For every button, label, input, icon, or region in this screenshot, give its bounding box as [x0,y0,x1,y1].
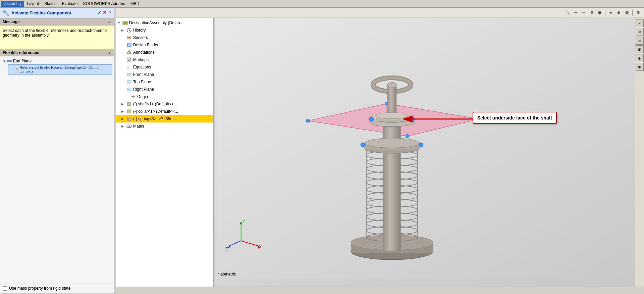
ft-history[interactable]: ▶ History [116,27,213,34]
right-icon-3[interactable]: ⊞ [636,37,644,45]
menu-sketch[interactable]: Sketch [42,1,59,7]
use-mass-property-checkbox[interactable] [3,286,7,291]
ft-design-binder[interactable]: ▶ Design Binder [116,41,213,49]
annotation-callout: Select underside face of the shaft [473,112,557,124]
flex-ref-header[interactable]: Flexible references ▲ [0,49,114,56]
svg-point-56 [365,138,420,148]
toolbar-icon-7[interactable]: ◉ [615,9,622,16]
end-plane-label: End Plane [13,59,32,63]
ft-mates[interactable]: ▶ Mates [116,122,213,130]
message-collapse-btn[interactable]: ▲ [108,20,111,24]
toolbar-icon-9[interactable]: ⊟ [635,9,641,16]
left-panel: 🔧 Activate Flexible Component ✓ ✕ ? Mess… [0,8,114,294]
ft-shaft[interactable]: ▶ (f) shaft<1> (Default<<... [116,100,213,108]
svg-point-20 [132,96,134,97]
right-panel-icons: ✓ ✕ ⊞ ▣ ◈ ◉ [635,18,644,287]
tree-child-referenced-entity[interactable]: ? Referenced Entity: Face of SpringTop<1… [8,64,112,75]
flex-ref-collapse-btn[interactable]: ▲ [108,51,111,55]
toolbar-icon-1[interactable]: 🔍 [564,9,571,16]
ft-sensors[interactable]: ▶ Sensors [116,34,213,41]
feature-tree: ▼ DestinationAssembly (Defau... ▶ Histor… [116,18,213,287]
ft-equations[interactable]: ▶ Σ Equations [116,63,213,71]
ft-root[interactable]: ▼ DestinationAssembly (Defau... [116,19,213,27]
ft-shaft-icon [126,101,132,107]
ft-annotations[interactable]: ▶ A Annotations [116,49,213,56]
svg-point-32 [406,135,409,138]
tree-expand-end-plane[interactable]: ▼ [3,59,7,63]
ft-mates-expand[interactable]: ▶ [121,125,126,128]
ft-markups-icon [126,57,132,63]
ft-annotations-label: Annotations [133,50,154,55]
menu-evaluate[interactable]: Evaluate [59,1,80,7]
menu-bar: Assembly Layout Sketch Evaluate SOLIDWOR… [0,0,644,8]
ft-history-expand[interactable]: ▶ [121,29,126,32]
toolbar-icon-6[interactable]: ◈ [607,9,614,16]
ft-root-icon [122,20,128,26]
cancel-button[interactable]: ✕ [103,10,107,16]
ft-sensors-label: Sensors [133,35,148,40]
ft-spring-expand[interactable]: ▶ [121,117,126,120]
right-icon-5[interactable]: ◈ [636,54,644,62]
ft-collar-expand[interactable]: ▶ [121,110,126,113]
menu-layout[interactable]: Layout [24,1,42,7]
status-bar [116,287,644,294]
tree-item-end-plane[interactable]: ▼ End Plane [1,58,112,64]
ft-root-expand[interactable]: ▼ [117,21,122,24]
svg-point-7 [128,37,130,39]
ft-origin[interactable]: ▶ Origin [116,93,213,100]
ft-equations-icon: Σ [126,64,132,70]
ft-front-plane[interactable]: ▶ Front Plane [116,71,213,78]
toolbar-icon-2[interactable]: ↩ [572,9,579,16]
message-content: Select each of the flexible references a… [0,26,114,49]
ft-front-plane-label: Front Plane [133,72,154,77]
top-toolbar: 🔍 ↩ ✏ ⊞ ▣ ◈ ◉ ▦ ⊟ [116,8,644,18]
ft-equations-label: Equations [133,65,151,69]
right-icon-4[interactable]: ▣ [636,45,644,53]
ft-history-icon [126,27,132,33]
menu-solidworks-addins[interactable]: SOLIDWORKS Add-Ins [80,1,127,7]
right-icon-1[interactable]: ✓ [636,19,644,27]
svg-point-69 [361,143,365,147]
ft-origin-label: Origin [137,94,148,99]
ft-shaft-expand[interactable]: ▶ [121,102,126,106]
svg-text:Y: Y [243,219,245,224]
help-button[interactable]: ? [109,11,111,15]
ft-spring-label: (-) spring<3> ->? (35m... [133,116,177,121]
ft-right-plane[interactable]: ▶ Right Plane [116,86,213,93]
svg-rect-15 [127,73,131,76]
message-section-header[interactable]: Message ▲ [0,18,114,26]
flexible-component-icon: 🔧 [3,10,9,16]
ft-history-label: History [133,28,146,33]
ft-collar-icon [126,108,132,114]
ok-button[interactable]: ✓ [97,10,101,16]
toolbar-icon-4[interactable]: ⊞ [588,9,595,16]
toolbar-sep-2 [632,10,633,16]
ft-collar[interactable]: ▶ (-) collar<1> (Default<<... [116,108,213,115]
menu-mbd[interactable]: MBD [128,1,142,7]
svg-rect-16 [127,81,131,83]
ft-spring[interactable]: ▶ ? (-) spring<3> ->? (35m... [116,115,213,122]
message-section: Message ▲ Select each of the flexible re… [0,18,114,49]
ft-top-plane[interactable]: ▶ Top Plane [116,78,213,86]
referenced-entity-text: Referenced Entity: Face of SpringTop<1> … [19,65,111,74]
toolbar-icon-3[interactable]: ✏ [580,9,587,16]
flexible-references-section: Flexible references ▲ ▼ End Plane ? Refe… [0,49,114,293]
svg-point-70 [419,143,423,147]
ft-spring-icon: ? [126,116,132,122]
ft-annotations-icon: A [126,49,132,55]
ft-markups[interactable]: ▶ Markups [116,56,213,63]
panel-title: Activate Flexible Component [11,10,71,15]
svg-rect-8 [127,43,131,47]
right-icon-2[interactable]: ✕ [636,28,644,36]
svg-text:?: ? [128,118,129,120]
ft-right-plane-label: Right Plane [133,87,154,92]
toolbar-icon-5[interactable]: ▣ [596,9,603,16]
ft-mates-icon [126,123,132,129]
right-icon-6[interactable]: ◉ [636,63,644,71]
toolbar-icon-8[interactable]: ▦ [624,9,630,16]
viewport[interactable]: Y X Z Select underside face of the shaft [215,18,644,287]
ft-top-plane-icon [126,79,132,85]
panel-bottom-splitter[interactable] [0,293,114,294]
svg-point-66 [377,112,408,118]
menu-assembly[interactable]: Assembly [1,1,24,7]
